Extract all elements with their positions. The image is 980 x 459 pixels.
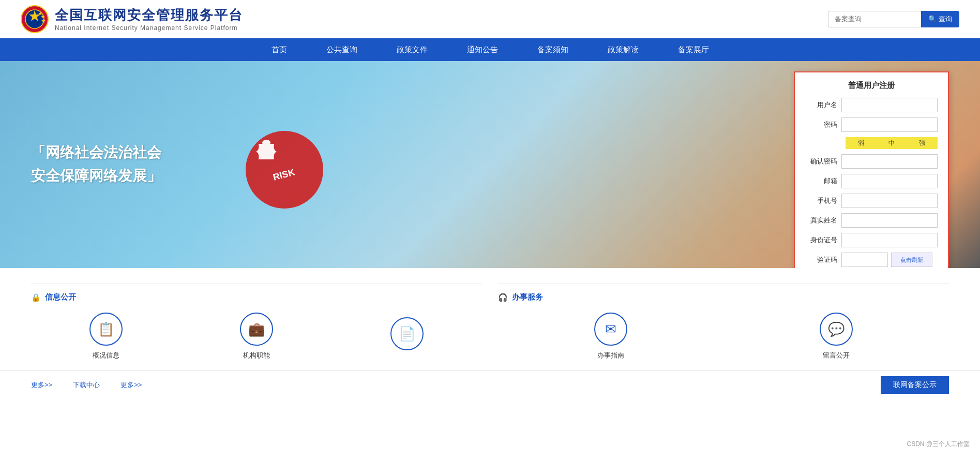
password-label: 密码 [805,120,841,129]
confirm-password-input[interactable] [841,154,938,169]
nav-item-notice[interactable]: 通知公告 [463,38,502,61]
info-public-icons: 📋 概况信息 💼 机构职能 📄 [31,313,483,360]
logo-area: 全国互联网安全管理服务平台 National Internet Security… [21,5,243,33]
message-icon-circle: 💬 [820,313,853,346]
icon-guide[interactable]: ✉ 办事指南 [594,313,627,360]
idcard-input[interactable] [841,233,938,247]
message-icon: 💬 [828,321,845,337]
overview-label: 概况信息 [93,351,119,360]
username-input[interactable] [841,98,938,112]
search-area: 🔍 查询 [828,11,959,27]
captcha-image[interactable]: 点击刷新 [891,253,932,267]
organization-icon-circle: 💼 [240,313,273,346]
docs-icon-circle: 📄 [390,317,424,350]
search-btn-label: 查询 [939,14,952,24]
username-row: 用户名 [805,98,938,112]
idcard-row: 身份证号 [805,233,938,247]
email-row: 邮箱 [805,174,938,188]
info-grid: 🔒 信息公开 📋 概况信息 💼 机构职能 [31,284,949,360]
captcha-input[interactable] [841,253,888,267]
realname-row: 真实姓名 [805,213,938,228]
password-strength-row: 弱 中 强 [846,137,938,149]
more-link-2[interactable]: 更多>> [120,380,142,390]
site-title-cn: 全国互联网安全管理服务平台 [55,6,243,24]
more-link-1[interactable]: 更多>> [31,380,52,390]
bottom-bar: 更多>> 下载中心 更多>> 联网备案公示 [0,371,980,399]
overview-icon: 📋 [98,321,114,337]
confirm-password-label: 确认密码 [805,157,841,166]
lock-icon: 🔒 [31,293,41,302]
navigation: 首页 公共查询 政策文件 通知公告 备案须知 政策解读 备案展厅 [0,38,980,61]
strength-weak: 弱 [846,137,876,149]
phone-label: 手机号 [805,196,841,205]
register-panel: 普通用户注册 用户名 密码 弱 中 强 确认密码 邮箱 手机号 [794,71,949,268]
headset-icon: 🎧 [498,293,508,302]
search-input[interactable] [828,11,921,27]
header: 全国互联网安全管理服务平台 National Internet Security… [0,0,980,38]
idcard-label: 身份证号 [805,235,841,245]
guide-label: 办事指南 [597,351,624,360]
info-public-title: 🔒 信息公开 [31,292,483,302]
hero-line2: 安全保障网络发展」 [31,165,161,188]
hero-section: 「网络社会法治社会 安全保障网络发展」 RISK 普通用户注册 用户名 [0,61,980,268]
realname-input[interactable] [841,213,938,228]
phone-input[interactable] [841,194,938,208]
info-service-column: 🎧 办事服务 ✉ 办事指南 💬 留言公开 [498,284,949,360]
icon-docs[interactable]: 📄 [390,317,424,356]
realname-label: 真实姓名 [805,216,841,225]
message-label: 留言公开 [823,351,850,360]
info-service-title: 🎧 办事服务 [498,292,949,302]
icon-overview[interactable]: 📋 概况信息 [89,313,123,360]
organization-label: 机构职能 [243,351,270,360]
info-public-column: 🔒 信息公开 📋 概况信息 💼 机构职能 [31,284,483,360]
strength-mid: 中 [876,137,907,149]
strength-strong: 强 [907,137,938,149]
info-section: 🔒 信息公开 📋 概况信息 💼 机构职能 [0,268,980,371]
organization-icon: 💼 [248,321,265,337]
gongan-beian-button[interactable]: 联网备案公示 [881,376,949,394]
password-input[interactable] [841,117,938,132]
captcha-refresh-label: 点击刷新 [900,256,923,264]
captcha-label: 验证码 [805,255,841,264]
nav-item-policy-reading[interactable]: 政策解读 [604,38,643,61]
hero-line1: 「网络社会法治社会 [31,141,161,165]
nav-item-policy-files[interactable]: 政策文件 [393,38,432,61]
register-title: 普通用户注册 [805,81,938,91]
emblem-icon [21,5,49,33]
phone-row: 手机号 [805,194,938,208]
guide-icon: ✉ [605,321,616,337]
email-input[interactable] [841,174,938,188]
nav-item-public-query[interactable]: 公共查询 [322,38,361,61]
docs-icon: 📄 [399,326,415,342]
confirm-password-row: 确认密码 [805,154,938,169]
svg-point-7 [262,140,270,146]
download-center-link[interactable]: 下载中心 [73,380,100,390]
overview-icon-circle: 📋 [89,313,123,346]
nav-item-home[interactable]: 首页 [267,38,291,61]
nav-item-beian-hall[interactable]: 备案展厅 [674,38,713,61]
bottom-links: 更多>> 下载中心 更多>> [31,380,142,390]
icon-message[interactable]: 💬 留言公开 [820,313,853,360]
puzzle-decoration: RISK [228,113,331,216]
icon-organization[interactable]: 💼 机构职能 [240,313,273,360]
hero-text: 「网络社会法治社会 安全保障网络发展」 [31,141,161,188]
logo-text: 全国互联网安全管理服务平台 National Internet Security… [55,6,243,32]
search-button[interactable]: 🔍 查询 [921,11,959,27]
nav-item-beian-guide[interactable]: 备案须知 [533,38,572,61]
email-label: 邮箱 [805,176,841,186]
search-icon: 🔍 [928,15,937,23]
password-row: 密码 [805,117,938,132]
username-label: 用户名 [805,100,841,110]
site-title-en: National Internet Security Management Se… [55,24,243,32]
captcha-row: 验证码 点击刷新 [805,253,938,267]
info-service-icons: ✉ 办事指南 💬 留言公开 [498,313,949,360]
guide-icon-circle: ✉ [594,313,627,346]
